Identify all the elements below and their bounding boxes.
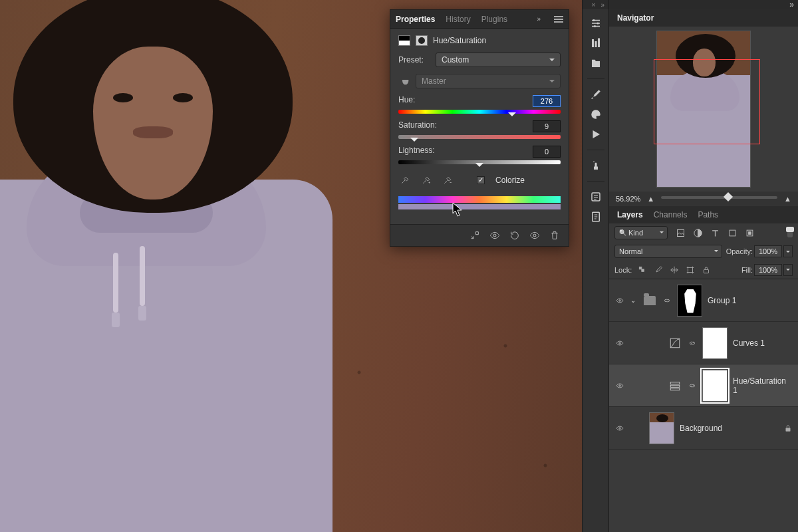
layer-kind-select[interactable]: Kind — [614, 226, 668, 239]
blend-mode-select[interactable]: Normal — [614, 245, 722, 258]
filter-toggle[interactable] — [787, 228, 793, 237]
tab-layers[interactable]: Layers — [617, 210, 643, 219]
saturation-value-input[interactable]: 9 — [533, 120, 561, 132]
layer-mask-thumbnail[interactable] — [702, 327, 728, 359]
lock-pixels-icon[interactable] — [653, 265, 664, 275]
eyedropper-icon[interactable] — [398, 174, 412, 187]
eyedropper-add-icon[interactable] — [420, 174, 433, 187]
filter-adjustment-icon[interactable] — [692, 227, 704, 239]
layer-mask-thumbnail[interactable] — [702, 370, 728, 402]
tab-paths[interactable]: Paths — [698, 210, 718, 219]
link-mask-icon[interactable] — [688, 381, 697, 390]
hue-slider-group: Hue: 276 — [398, 95, 561, 114]
zoom-thumb[interactable] — [724, 192, 733, 201]
visibility-icon[interactable] — [614, 295, 625, 306]
lock-transparency-icon[interactable] — [637, 265, 648, 275]
zoom-in-icon[interactable]: ▲ — [784, 195, 791, 203]
lightness-thumb[interactable] — [475, 163, 483, 171]
filter-smart-icon[interactable] — [743, 227, 755, 239]
libraries-dock-icon[interactable] — [587, 55, 605, 72]
notes-dock-icon[interactable] — [587, 208, 605, 225]
visibility-icon[interactable] — [614, 338, 625, 348]
background-lock-icon[interactable] — [783, 424, 793, 433]
trash-icon[interactable] — [547, 229, 562, 242]
zoom-out-icon[interactable]: ▲ — [647, 195, 654, 203]
clone-source-dock-icon[interactable] — [587, 157, 605, 174]
curves-adjustment-icon[interactable] — [668, 336, 682, 350]
tab-properties[interactable]: Properties — [396, 15, 435, 24]
view-previous-icon[interactable] — [487, 229, 502, 242]
group-disclosure-icon[interactable]: ⌄ — [630, 297, 638, 304]
opacity-input[interactable]: 100% — [754, 245, 782, 257]
svg-point-3 — [597, 23, 598, 25]
brushes-dock-icon[interactable] — [587, 86, 605, 103]
clip-to-layer-icon[interactable] — [467, 229, 482, 242]
layer-name[interactable]: Curves 1 — [733, 338, 765, 348]
tab-plugins[interactable]: Plugins — [481, 15, 507, 24]
tab-history[interactable]: History — [446, 15, 470, 24]
layer-thumbnail[interactable] — [649, 412, 674, 444]
info-dock-icon[interactable] — [587, 188, 605, 205]
adjustments-dock-icon[interactable] — [587, 15, 605, 32]
svg-rect-7 — [598, 39, 600, 48]
group-mask-thumbnail[interactable] — [677, 285, 702, 317]
visibility-icon[interactable] — [614, 423, 625, 434]
layer-mask-icon[interactable] — [416, 35, 428, 46]
svg-point-2 — [593, 19, 595, 21]
filter-shape-icon[interactable] — [726, 227, 738, 239]
huesat-adjustment-icon[interactable] — [668, 379, 682, 392]
styles-dock-icon[interactable] — [587, 35, 605, 52]
lightness-value-input[interactable]: 0 — [533, 146, 561, 158]
layer-row-group[interactable]: ⌄ Group 1 — [609, 279, 798, 322]
actions-dock-icon[interactable] — [587, 126, 605, 143]
lock-position-icon[interactable] — [669, 265, 680, 275]
collapse-icon[interactable]: » — [534, 15, 543, 23]
saturation-thumb[interactable] — [410, 138, 418, 146]
lock-all-icon[interactable] — [701, 265, 712, 275]
visibility-icon[interactable] — [614, 380, 625, 391]
lock-label: Lock: — [614, 266, 632, 274]
targeted-adjust-icon[interactable] — [398, 74, 412, 88]
collapsed-panel-dock: × » — [582, 0, 609, 532]
layer-row-curves[interactable]: Curves 1 — [609, 322, 798, 364]
link-mask-icon[interactable] — [688, 338, 697, 348]
navigator-preview[interactable] — [609, 27, 798, 192]
preset-select[interactable]: Custom — [436, 53, 561, 67]
colorize-checkbox[interactable] — [477, 176, 485, 184]
rcol-expand-icon[interactable]: » — [789, 0, 794, 9]
navigator-thumbnail[interactable] — [656, 31, 751, 188]
output-spectrum-bar[interactable] — [398, 204, 561, 209]
svg-point-26 — [619, 384, 621, 386]
fill-input[interactable]: 100% — [754, 264, 782, 276]
layer-row-background[interactable]: Background — [609, 407, 798, 450]
swatches-dock-icon[interactable] — [587, 106, 605, 123]
input-spectrum-bar[interactable] — [398, 196, 561, 203]
lock-artboard-icon[interactable] — [685, 265, 696, 275]
fill-chevron-icon[interactable] — [783, 264, 793, 276]
link-mask-icon[interactable] — [662, 296, 672, 305]
hue-value-input[interactable]: 276 — [533, 95, 561, 107]
filter-type-icon[interactable] — [709, 227, 721, 239]
zoom-slider[interactable] — [661, 196, 777, 199]
opacity-chevron-icon[interactable] — [783, 245, 793, 257]
navigator-tab[interactable]: Navigator — [609, 9, 798, 27]
dock-expand-icon[interactable]: » — [600, 1, 604, 9]
hue-thumb[interactable] — [508, 112, 516, 120]
saturation-slider[interactable] — [398, 135, 561, 139]
color-range-bars[interactable] — [398, 196, 561, 209]
layer-row-huesat[interactable]: Hue/Saturation 1 — [609, 364, 798, 407]
toggle-visibility-icon[interactable] — [527, 229, 542, 242]
reset-icon[interactable] — [507, 229, 522, 242]
layer-name[interactable]: Background — [680, 424, 722, 433]
tab-channels[interactable]: Channels — [654, 210, 688, 219]
layers-list: ⌄ Group 1 Curves 1 Hue/Saturation 1 — [609, 279, 798, 532]
dock-close-icon[interactable]: × — [592, 1, 596, 9]
hue-slider[interactable] — [398, 110, 561, 114]
layer-name[interactable]: Hue/Saturation 1 — [733, 376, 793, 395]
panel-menu-icon[interactable] — [554, 16, 563, 23]
zoom-value[interactable]: 56.92% — [616, 195, 640, 203]
filter-pixel-icon[interactable] — [674, 227, 686, 239]
lightness-slider[interactable] — [398, 160, 561, 164]
eyedropper-subtract-icon[interactable] — [441, 174, 454, 187]
layer-name[interactable]: Group 1 — [708, 296, 736, 305]
